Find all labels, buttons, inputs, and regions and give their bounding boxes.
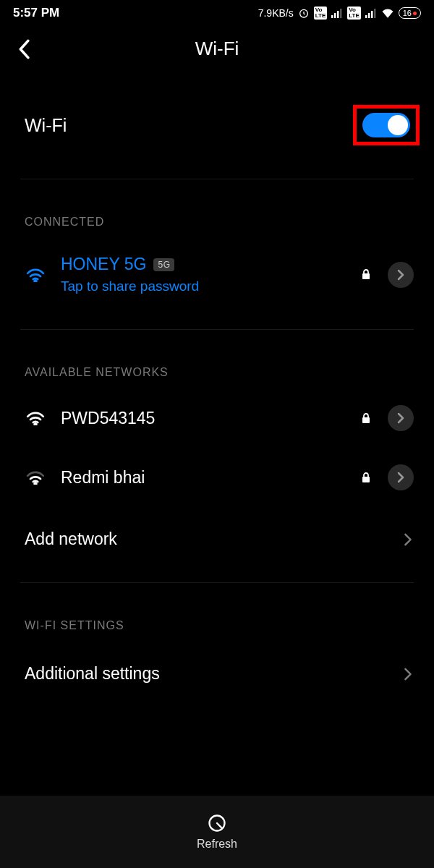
add-network-label: Add network — [25, 529, 117, 549]
additional-settings-button[interactable]: Additional settings — [0, 645, 434, 702]
refresh-button[interactable]: Refresh — [0, 796, 434, 868]
network-details-button[interactable] — [388, 405, 414, 431]
wifi-icon — [26, 470, 45, 485]
signal-icon-1 — [331, 8, 343, 18]
chevron-right-icon — [397, 269, 404, 281]
svg-rect-10 — [362, 273, 370, 279]
battery-level: 16 — [403, 9, 412, 17]
svg-rect-8 — [374, 9, 376, 18]
lock-icon — [362, 413, 370, 424]
status-time: 5:57 PM — [13, 6, 59, 20]
connected-section-header: CONNECTED — [0, 179, 434, 242]
available-network-row[interactable]: PWD543145 — [0, 392, 434, 444]
battery-indicator: 16 — [399, 7, 421, 19]
svg-rect-5 — [365, 15, 367, 18]
connected-network-row[interactable]: HONEY 5G 5G Tap to share password — [0, 242, 434, 307]
chevron-right-icon — [397, 412, 404, 424]
svg-rect-1 — [331, 15, 333, 18]
wifi-toggle-row: Wi-Fi — [0, 80, 434, 179]
wifi-settings-section-header: WI-FI SETTINGS — [0, 583, 434, 645]
wifi-icon — [26, 268, 45, 282]
lock-icon — [362, 269, 370, 280]
available-network-row[interactable]: Redmi bhai — [0, 444, 434, 511]
page-title: Wi-Fi — [17, 38, 417, 60]
available-network-name: Redmi bhai — [61, 468, 145, 488]
svg-rect-12 — [362, 417, 370, 423]
network-5g-badge: 5G — [153, 258, 174, 271]
network-details-button[interactable] — [388, 262, 414, 288]
svg-rect-2 — [334, 13, 336, 18]
refresh-label: Refresh — [197, 838, 237, 851]
add-network-button[interactable]: Add network — [0, 511, 434, 568]
connected-network-subtitle: Tap to share password — [61, 278, 344, 294]
svg-rect-14 — [362, 477, 370, 482]
wifi-icon — [26, 411, 45, 425]
wifi-toggle[interactable] — [362, 113, 410, 137]
svg-rect-3 — [337, 11, 339, 18]
page-header: Wi-Fi — [0, 23, 434, 80]
available-section-header: AVAILABLE NETWORKS — [0, 330, 434, 392]
status-icons: 7.9KB/s VoLTE VoLTE 16 — [258, 7, 421, 20]
svg-rect-7 — [371, 11, 373, 18]
network-details-button[interactable] — [388, 464, 414, 490]
alarm-icon — [298, 7, 310, 19]
chevron-right-icon — [397, 472, 404, 483]
svg-point-11 — [35, 423, 37, 425]
chevron-right-icon — [404, 667, 412, 681]
chevron-right-icon — [404, 532, 412, 547]
connected-network-name: HONEY 5G — [61, 255, 146, 274]
signal-icon-2 — [365, 8, 377, 18]
wifi-toggle-label: Wi-Fi — [25, 115, 67, 136]
svg-rect-4 — [340, 9, 342, 18]
svg-point-13 — [35, 482, 37, 485]
status-bar: 5:57 PM 7.9KB/s VoLTE VoLTE 16 — [0, 0, 434, 23]
battery-low-icon — [413, 12, 417, 15]
connected-network-info: HONEY 5G 5G Tap to share password — [61, 255, 344, 294]
wifi-status-icon — [381, 8, 394, 18]
additional-settings-label: Additional settings — [25, 664, 160, 684]
refresh-icon — [207, 813, 227, 833]
svg-rect-6 — [368, 13, 370, 18]
available-network-name: PWD543145 — [61, 409, 155, 428]
toggle-knob — [388, 115, 408, 135]
toggle-highlight — [353, 105, 420, 145]
network-speed: 7.9KB/s — [258, 7, 294, 19]
lock-icon — [362, 472, 370, 483]
volte-badge-1: VoLTE — [314, 7, 328, 20]
svg-point-9 — [35, 280, 37, 282]
volte-badge-2: VoLTE — [347, 7, 361, 20]
